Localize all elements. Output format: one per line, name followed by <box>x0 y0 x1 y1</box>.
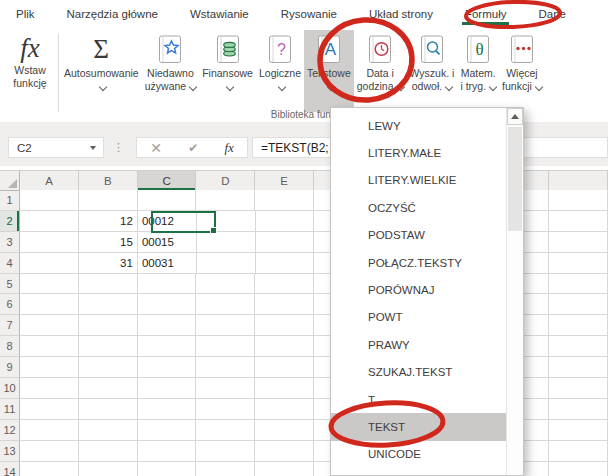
ribbon-button-finansowe[interactable]: Finansowe <box>199 30 256 112</box>
cell-A4[interactable] <box>20 253 79 274</box>
cell-A5[interactable] <box>20 274 79 295</box>
cell-B12[interactable] <box>79 420 138 441</box>
tab-wstawianie[interactable]: Wstawianie <box>188 1 251 28</box>
cancel-icon[interactable]: ✕ <box>150 140 162 156</box>
cell-B9[interactable] <box>79 357 138 378</box>
menu-item-litery-wielkie[interactable]: LITERY.WIELKIE <box>331 167 506 194</box>
cell-E4[interactable] <box>256 253 315 274</box>
cell-C5[interactable] <box>138 274 197 295</box>
cell-B3[interactable]: 15 <box>79 232 138 253</box>
cell-A7[interactable] <box>20 315 79 336</box>
tab-plik[interactable]: Plik <box>14 1 37 28</box>
ribbon-button-logiczne[interactable]: ?Logiczne <box>256 30 304 112</box>
row-header-5[interactable]: 5 <box>0 274 20 295</box>
row-header-6[interactable]: 6 <box>0 294 20 315</box>
menu-item-oczysc[interactable]: OCZYŚĆ <box>331 194 506 221</box>
row-header-7[interactable]: 7 <box>0 315 20 336</box>
scrollbar-thumb[interactable] <box>508 127 522 231</box>
ribbon-button-autosumowanie[interactable]: ΣAutosumowanie <box>61 30 142 112</box>
cell-D4[interactable] <box>197 253 256 274</box>
name-box-dropdown-icon[interactable] <box>90 146 96 150</box>
cell-C9[interactable] <box>138 357 197 378</box>
ribbon-button-data-i-godzina[interactable]: Data igodzina <box>354 30 407 112</box>
cell-C1[interactable] <box>138 190 197 211</box>
cell-D3[interactable] <box>197 232 256 253</box>
menu-item-podstaw[interactable]: PODSTAW <box>331 222 506 249</box>
menu-item-polacz-teksty[interactable]: POŁĄCZ.TEKSTY <box>331 249 506 276</box>
row-header-11[interactable]: 11 <box>0 399 20 420</box>
cell-B13[interactable] <box>79 441 138 462</box>
cell-E13[interactable] <box>255 441 314 462</box>
cell-E1[interactable] <box>255 190 314 211</box>
cell-A3[interactable] <box>20 232 79 253</box>
cell-E12[interactable] <box>255 420 314 441</box>
column-header-e[interactable]: E <box>255 171 314 191</box>
row-header-4[interactable]: 4 <box>0 253 20 274</box>
cell-A10[interactable] <box>20 378 79 399</box>
cell-B4[interactable]: 31 <box>79 253 138 274</box>
row-header-3[interactable]: 3 <box>0 232 20 253</box>
column-header-d[interactable]: D <box>196 171 255 191</box>
cell-B1[interactable] <box>79 190 138 211</box>
insert-function-button[interactable]: fx Wstaw funkcję <box>4 32 56 116</box>
menu-item-porownaj[interactable]: PORÓWNAJ <box>331 276 506 303</box>
row-header-12[interactable]: 12 <box>0 420 20 441</box>
cell-A2[interactable] <box>20 211 79 232</box>
cell-E6[interactable] <box>255 294 314 315</box>
cell-D1[interactable] <box>196 190 255 211</box>
cell-C13[interactable] <box>138 441 197 462</box>
cell-D12[interactable] <box>196 420 255 441</box>
cell-A8[interactable] <box>20 336 79 357</box>
scroll-up-button[interactable] <box>507 108 523 125</box>
cell-E7[interactable] <box>255 315 314 336</box>
cell-A11[interactable] <box>20 399 79 420</box>
row-header-9[interactable]: 9 <box>0 357 20 378</box>
tab-uklad-strony[interactable]: Układ strony <box>367 1 435 28</box>
cell-C3[interactable]: 00015 <box>138 232 197 253</box>
cell-B14[interactable] <box>79 462 138 476</box>
cell-E3[interactable] <box>256 232 315 253</box>
cell-D10[interactable] <box>196 378 255 399</box>
tab-narzedzia-glowne[interactable]: Narzędzia główne <box>65 1 160 28</box>
cell-C6[interactable] <box>138 294 197 315</box>
cell-B8[interactable] <box>79 336 138 357</box>
ribbon-button-tekstowe[interactable]: ATekstowe <box>304 30 354 112</box>
menu-item-unicode[interactable]: UNICODE <box>331 441 506 468</box>
ribbon-button-matem-i-tryg[interactable]: θMatem.i tryg. <box>457 30 499 112</box>
menu-item-szukaj-tekst[interactable]: SZUKAJ.TEKST <box>331 359 506 386</box>
cell-C4[interactable]: 00031 <box>138 253 197 274</box>
row-header-2[interactable]: 2 <box>0 211 20 232</box>
row-header-8[interactable]: 8 <box>0 336 20 357</box>
cell-E9[interactable] <box>255 357 314 378</box>
cell-E5[interactable] <box>255 274 314 295</box>
cell-D2[interactable] <box>197 211 256 232</box>
ribbon-button-wyszuk-i-odwol[interactable]: Wyszuk. iodwoł. <box>407 30 458 112</box>
column-header-c[interactable]: C <box>138 171 197 191</box>
menu-item-t[interactable]: T <box>331 386 506 413</box>
cell-A1[interactable] <box>20 190 79 211</box>
menu-item-litery-male[interactable]: LITERY.MAŁE <box>331 139 506 166</box>
cell-D11[interactable] <box>196 399 255 420</box>
cell-B11[interactable] <box>79 399 138 420</box>
enter-check-icon[interactable]: ✔ <box>188 141 198 155</box>
select-all-button[interactable] <box>0 171 20 191</box>
cell-C12[interactable] <box>138 420 197 441</box>
cell-C2[interactable]: 00012 <box>138 211 197 232</box>
menu-item-powt[interactable]: POWT <box>331 304 506 331</box>
row-header-1[interactable]: 1 <box>0 190 20 211</box>
cell-C8[interactable] <box>138 336 197 357</box>
cell-B2[interactable]: 12 <box>79 211 138 232</box>
cell-D7[interactable] <box>196 315 255 336</box>
cell-B7[interactable] <box>79 315 138 336</box>
cell-D5[interactable] <box>196 274 255 295</box>
tab-rysowanie[interactable]: Rysowanie <box>279 1 339 28</box>
menu-item-prawy[interactable]: PRAWY <box>331 331 506 358</box>
cell-B6[interactable] <box>79 294 138 315</box>
cell-A6[interactable] <box>20 294 79 315</box>
ribbon-button-niedawno-uzywane[interactable]: Niedawnoużywane <box>142 30 199 112</box>
name-box[interactable]: C2 <box>8 137 104 158</box>
cell-E10[interactable] <box>255 378 314 399</box>
cell-E8[interactable] <box>255 336 314 357</box>
cell-D8[interactable] <box>196 336 255 357</box>
dropdown-scrollbar[interactable] <box>506 108 523 475</box>
